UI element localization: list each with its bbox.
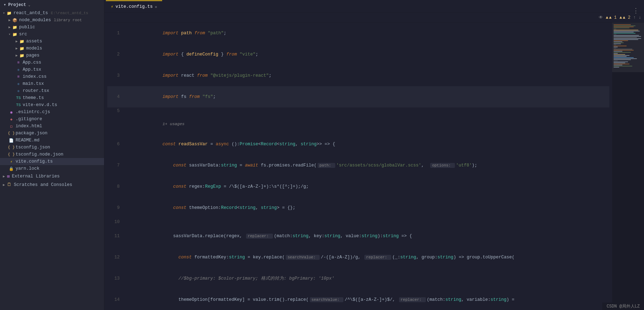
code-line: const sassVarData:string = await fs.prom… [125, 155, 609, 176]
table-row: 9 const themeOption:Record<string, strin… [107, 197, 609, 218]
lock-icon: 🔒 [8, 166, 14, 171]
sidebar-item-pages[interactable]: ▶ 📁 pages [0, 52, 104, 59]
sidebar-item-public[interactable]: ▶ 📁 public [0, 24, 104, 31]
models-label: models [26, 46, 42, 51]
folder-icon-src: 📁 [12, 31, 18, 37]
sidebar-item-node-modules[interactable]: ▶ 📦 node_modules library root [0, 17, 104, 24]
sidebar-item-theme-ts[interactable]: TS theme.ts [0, 94, 104, 101]
src-label: src [19, 32, 27, 37]
down-arrow-icon[interactable]: ↓ [639, 15, 641, 20]
line-number: 5 [107, 107, 125, 115]
json-icon: { } [8, 130, 14, 136]
line-number [107, 115, 125, 134]
chevron-right-icon: ▶ [16, 39, 18, 43]
root-path: E:\react_antd_ts [51, 11, 89, 15]
chevron-down-icon: ▾ [8, 32, 11, 36]
root-folder-icon: 📁 [6, 10, 12, 16]
code-line [125, 107, 609, 115]
nm-label: node_modules [19, 18, 51, 23]
table-row: 2 import { defineConfig } from "vite"; [107, 44, 609, 65]
package-json-label: package.json [16, 131, 47, 136]
code-content[interactable]: 1 import path from "path"; 2 import { de… [104, 23, 612, 310]
chevron-right-icon: ▶ [16, 46, 18, 51]
warning-badge-2[interactable]: ▲ ▲ 2 [620, 15, 631, 20]
table-row: 5 [107, 107, 609, 115]
code-line: themeOption[formattedKey] = value.trim()… [125, 289, 609, 310]
sidebar-item-app-css[interactable]: ≡ App.css [0, 59, 104, 66]
code-editor: 1 import path from "path"; 2 import { de… [104, 23, 644, 310]
external-libraries[interactable]: ▶ ⊞ External Libraries [0, 172, 104, 181]
folder-icon-assets: 📁 [19, 39, 25, 44]
code-line: import fs from "fs"; [125, 86, 609, 107]
sidebar-item-assets[interactable]: ▶ 📁 assets [0, 38, 104, 45]
tab-vite-config[interactable]: ⚡ vite.config.ts ✕ [106, 0, 162, 12]
table-row: 7 const sassVarData:string = await fs.pr… [107, 155, 609, 176]
sidebar-item-yarn-lock[interactable]: 🔒 yarn.lock [0, 165, 104, 172]
sidebar-item-src[interactable]: ▾ 📁 src [0, 31, 104, 38]
sidebar-item-package-json[interactable]: { } package.json [0, 130, 104, 137]
table-row: 3 import react from "@vitejs/plugin-reac… [107, 65, 609, 86]
sidebar: ▾ Project ⌄ ▾ 📁 react_antd_ts E:\react_a… [0, 0, 104, 310]
sidebar-item-models[interactable]: ▶ 📁 models [0, 45, 104, 52]
eye-icon[interactable]: 👁 [599, 15, 603, 20]
ext-lib-label: External Libraries [12, 174, 60, 179]
code-line: sassVarData.replace(regex, replacer: (ma… [125, 226, 609, 247]
eslint-label: .eslintrc.cjs [16, 110, 50, 115]
more-options-button[interactable]: ⋮ [633, 7, 639, 14]
tsconfig-label: tsconfig.json [16, 145, 50, 150]
md-icon: 📄 [8, 138, 14, 143]
table-row: 11 sassVarData.replace(regex, replacer: … [107, 226, 609, 247]
table-row: 1+ usages [107, 115, 609, 134]
sidebar-item-main-tsx[interactable]: ⚛ main.tsx [0, 80, 104, 87]
folder-icon-models: 📁 [19, 46, 25, 51]
warning-triangle-icon2: ▲ [620, 15, 622, 20]
table-row: 4 import fs from "fs"; [107, 86, 609, 107]
scratches-and-consoles[interactable]: ▶ 🗒 Scratches and Consoles [0, 181, 104, 189]
sidebar-item-readme[interactable]: 📄 README.md [0, 137, 104, 144]
project-header[interactable]: ▾ Project ⌄ [0, 0, 104, 10]
vite-config-label: vite.config.ts [16, 159, 53, 164]
folder-icon-public: 📁 [12, 24, 18, 30]
line-number: 10 [107, 218, 125, 226]
root-name: react_antd_ts [13, 11, 48, 16]
chevron-right-icon-scratch: ▶ [3, 183, 5, 187]
table-row: 10 [107, 218, 609, 226]
line-number: 8 [107, 176, 125, 197]
sidebar-item-tsconfig[interactable]: { } tsconfig.json [0, 144, 104, 151]
sidebar-item-router-tsx[interactable]: ⚛ router.tsx [0, 87, 104, 94]
tab-bar: ⚡ vite.config.ts ✕ ⋮ [104, 0, 644, 13]
sidebar-item-index-css[interactable]: ≡ index.css [0, 73, 104, 80]
project-label: Project [8, 2, 26, 7]
sidebar-item-vite-config[interactable]: ⚡ vite.config.ts [0, 158, 104, 165]
warning-badge-1[interactable]: ▲ ▲ 1 [606, 15, 617, 20]
public-label: public [19, 25, 35, 30]
readme-label: README.md [16, 138, 40, 143]
sidebar-item-index-html[interactable]: ◻ index.html [0, 123, 104, 130]
ts-file-icon: TS [16, 95, 21, 101]
tab-close-button[interactable]: ✕ [155, 5, 157, 9]
code-line: const formattedKey:string = key.replace(… [125, 247, 609, 268]
warning-count-1: ▲ 1 [609, 15, 617, 20]
line-number: 6 [107, 134, 125, 155]
sidebar-item-tsconfig-node[interactable]: { } tsconfig.node.json [0, 151, 104, 158]
code-line: //$bg-primary: $color-primary; 格式的转为: bg… [125, 268, 609, 289]
gitignore-icon: ◈ [8, 116, 14, 122]
sidebar-item-eslint[interactable]: ◉ .eslintrc.cjs [0, 109, 104, 116]
project-root[interactable]: ▾ 📁 react_antd_ts E:\react_antd_ts [0, 10, 104, 17]
sidebar-item-gitignore[interactable]: ◈ .gitignore [0, 116, 104, 123]
sidebar-item-app-tsx[interactable]: ⚛ App.tsx [0, 66, 104, 73]
json-icon3: { } [8, 152, 14, 157]
up-arrow-icon[interactable]: ↑ [633, 15, 636, 20]
main-tsx-label: main.tsx [23, 81, 44, 86]
line-number: 7 [107, 155, 125, 176]
minimap[interactable] [612, 23, 644, 310]
sidebar-item-vite-env[interactable]: TS vite-env.d.ts [0, 101, 104, 109]
ts-file-icon2: TS [16, 102, 21, 108]
main-editor-area: ⚡ vite.config.ts ✕ ⋮ 👁 ▲ ▲ 1 ▲ ▲ 2 ↑ ↓ 1 [104, 0, 644, 310]
css-file-icon2: ≡ [16, 74, 21, 80]
usage-hint-line: 1+ usages [125, 115, 609, 134]
line-number: 9 [107, 197, 125, 218]
table-row: 12 const formattedKey:string = key.repla… [107, 247, 609, 268]
css-file-icon: ≡ [16, 60, 21, 65]
index-css-label: index.css [23, 74, 47, 79]
